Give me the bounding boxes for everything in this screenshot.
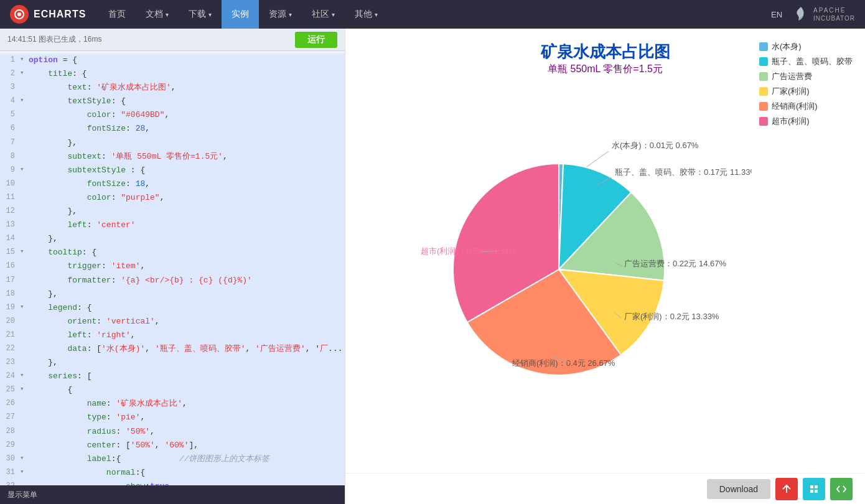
svg-rect-8	[810, 485, 813, 488]
svg-rect-9	[815, 485, 818, 488]
legend-label-bottle: 瓶子、盖、喷码、胶带	[772, 56, 853, 67]
main-layout: 14:41:51 图表已生成，16ms 运行 1▾option = { 2▾ t…	[0, 29, 865, 504]
chart-title: 矿泉水成本占比图	[541, 41, 670, 63]
pie-container: 水(本身)：0.01元 0.67% 瓶子、盖、喷码、胶带：0.17元 11.33…	[376, 78, 778, 436]
nav-item-home[interactable]: 首页	[98, 0, 136, 29]
chart-panel: 矿泉水成本占比图 单瓶 550mL 零售价=1.5元 水(本身) 瓶子、盖、喷码…	[345, 29, 865, 504]
legend-label-water: 水(本身)	[772, 41, 802, 52]
svg-rect-10	[810, 490, 813, 493]
label-supermarket: 超市(利润)：0.5元 33.33%	[421, 246, 516, 256]
bottom-bar-label: 显示菜单	[7, 490, 37, 500]
nav-item-community[interactable]: 社区▾	[302, 0, 345, 29]
nav-item-other[interactable]: 其他▾	[345, 0, 388, 29]
chart-title-area: 矿泉水成本占比图 单瓶 550mL 零售价=1.5元	[541, 41, 670, 76]
code-toolbar: 14:41:51 图表已生成，16ms 运行	[0, 29, 345, 51]
logo-icon	[10, 5, 29, 24]
bottom-bar[interactable]: 显示菜单	[0, 485, 345, 504]
svg-rect-11	[815, 490, 818, 493]
legend-item-bottle: 瓶子、盖、喷码、胶带	[759, 56, 853, 67]
run-button[interactable]: 运行	[295, 32, 337, 48]
logo: ECHARTS	[10, 5, 86, 24]
icon-btn-green[interactable]	[830, 478, 853, 500]
navbar: ECHARTS 首页 文档▾ 下载▾ 实例 资源▾ 社区▾ 其他▾ EN APA…	[0, 0, 865, 29]
nav-item-resources[interactable]: 资源▾	[259, 0, 302, 29]
nav-items: 首页 文档▾ 下载▾ 实例 资源▾ 社区▾ 其他▾	[98, 0, 771, 29]
label-ads: 广告运营费：0.22元 14.67%	[624, 259, 726, 268]
label-bottle: 瓶子、盖、喷码、胶带：0.17元 11.33%	[615, 167, 752, 177]
nav-right: EN APACHE INCUBATOR	[771, 6, 855, 23]
nav-item-docs[interactable]: 文档▾	[136, 0, 179, 29]
grid-icon	[809, 484, 819, 494]
icon-btn-red[interactable]	[775, 478, 798, 500]
chart-bottom-bar: Download	[345, 473, 865, 504]
lang-switch[interactable]: EN	[771, 10, 782, 19]
legend-color-water	[759, 42, 768, 51]
svg-point-1	[17, 12, 21, 16]
chart-subtitle: 单瓶 550mL 零售价=1.5元	[541, 63, 670, 76]
label-dealer: 经销商(利润)：0.4元 26.67%	[512, 358, 615, 368]
code-editor[interactable]: 1▾option = { 2▾ title: { 3 text: '矿泉水成本占…	[0, 51, 345, 485]
pie-chart: 水(本身)：0.01元 0.67% 瓶子、盖、喷码、胶带：0.17元 11.33…	[403, 83, 752, 431]
download-button[interactable]: Download	[707, 479, 770, 499]
icon-btn-teal[interactable]	[803, 478, 825, 500]
legend-label-dealer: 经销商(利润)	[772, 101, 818, 112]
legend-color-bottle	[759, 57, 768, 66]
timestamp: 14:41:51 图表已生成，16ms	[7, 34, 101, 45]
label-factory: 厂家(利润)：0.2元 13.33%	[624, 312, 719, 321]
nav-item-download[interactable]: 下载▾	[179, 0, 222, 29]
code-panel: 14:41:51 图表已生成，16ms 运行 1▾option = { 2▾ t…	[0, 29, 345, 504]
share-icon	[782, 484, 792, 494]
svg-line-2	[587, 151, 609, 167]
label-water: 水(本身)：0.01元 0.67%	[612, 141, 699, 150]
legend-item-water: 水(本身)	[759, 41, 853, 52]
logo-text: ECHARTS	[34, 9, 86, 20]
code-icon	[836, 484, 846, 494]
chart-area: 矿泉水成本占比图 单瓶 550mL 零售价=1.5元 水(本身) 瓶子、盖、喷码…	[345, 29, 865, 473]
apache-logo: APACHE INCUBATOR	[792, 6, 855, 23]
nav-item-examples[interactable]: 实例	[222, 0, 259, 29]
